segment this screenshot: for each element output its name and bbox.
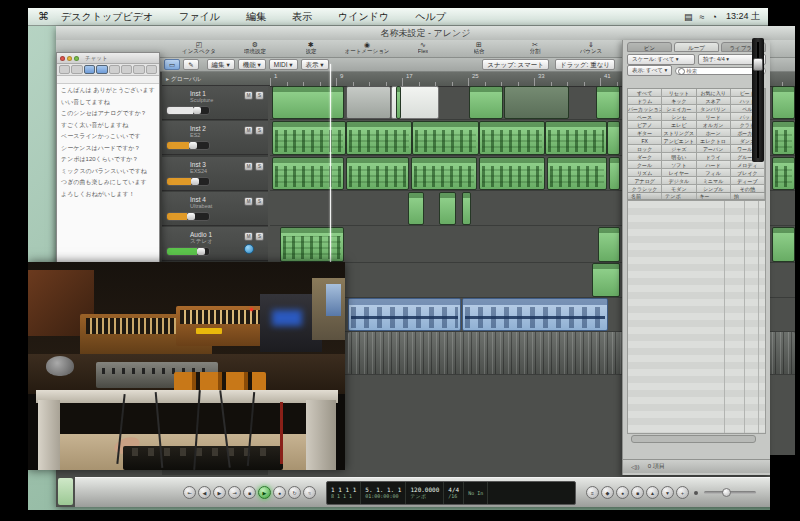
- loop-keyword-button[interactable]: クール: [628, 161, 662, 169]
- menu-item[interactable]: ファイル: [179, 10, 220, 24]
- track-header[interactable]: Inst 3EXS24MS: [162, 157, 268, 191]
- transport-button[interactable]: ≈: [303, 486, 316, 499]
- loop-column-header[interactable]: テンポ: [662, 193, 696, 199]
- loop-keyword-button[interactable]: レイヤー: [662, 169, 696, 177]
- track-s-button[interactable]: S: [255, 232, 264, 241]
- loop-keyword-button[interactable]: キック: [662, 97, 696, 105]
- toolbar-button[interactable]: ◰インスペクタ: [176, 41, 222, 55]
- track-fader[interactable]: [166, 212, 210, 221]
- track-fader[interactable]: [166, 177, 210, 186]
- chat-tab[interactable]: [109, 65, 120, 74]
- play-button[interactable]: ▶: [258, 486, 271, 499]
- track-fader-knob[interactable]: [189, 142, 197, 149]
- menu-item[interactable]: 表示: [292, 10, 312, 24]
- toolbar-button[interactable]: ∿Flex: [400, 41, 446, 55]
- tool-button[interactable]: ▭: [164, 59, 180, 70]
- playhead[interactable]: [330, 64, 331, 262]
- loop-keyword-button[interactable]: リセット: [662, 89, 696, 97]
- loop-keyword-button[interactable]: デジタル: [662, 177, 696, 185]
- chat-tab[interactable]: [146, 65, 157, 74]
- loop-keyword-button[interactable]: ロック: [628, 145, 662, 153]
- loop-keyword-button[interactable]: 明るい: [662, 153, 696, 161]
- loop-keyword-button[interactable]: ジャズ: [662, 145, 696, 153]
- menu-item[interactable]: デスクトップビデオ: [61, 10, 153, 24]
- transport-mode-button[interactable]: ▲: [646, 486, 659, 499]
- loop-result-list[interactable]: [627, 200, 766, 434]
- transport-button[interactable]: ↻: [288, 486, 301, 499]
- input-monitor-button[interactable]: [244, 244, 254, 254]
- loop-keyword-button[interactable]: パーカッション: [628, 105, 662, 113]
- loop-keyword-button[interactable]: ピアノ: [628, 121, 662, 129]
- vertical-fader[interactable]: [752, 38, 764, 162]
- loop-keyword-button[interactable]: ソフト: [662, 161, 696, 169]
- loop-keyword-button[interactable]: ハード: [697, 161, 731, 169]
- status-icon[interactable]: ▤: [684, 12, 693, 22]
- chat-tab[interactable]: [133, 65, 144, 74]
- volume-knob[interactable]: [722, 488, 731, 497]
- loop-keyword-button[interactable]: ダーク: [628, 153, 662, 161]
- track-s-button[interactable]: S: [255, 162, 264, 171]
- chat-tab[interactable]: [121, 65, 132, 74]
- loop-keyword-button[interactable]: アナログ: [628, 177, 662, 185]
- menu-item[interactable]: ウインドウ: [338, 10, 389, 24]
- loop-keyword-button[interactable]: ドライ: [697, 153, 731, 161]
- lcd-tempo[interactable]: 120.0000 テンポ: [406, 482, 444, 504]
- toolbar-button[interactable]: ✱設定: [288, 41, 334, 55]
- loop-keyword-button[interactable]: シンセ: [662, 113, 696, 121]
- loop-keyword-button[interactable]: ストリングス: [662, 129, 696, 137]
- track-s-button[interactable]: S: [255, 126, 264, 135]
- track-fader[interactable]: [166, 106, 210, 115]
- local-menu[interactable]: 編集 ▾: [207, 59, 235, 70]
- menu-item[interactable]: ヘルプ: [415, 10, 446, 24]
- track-fader-knob[interactable]: [193, 107, 201, 114]
- track-m-button[interactable]: M: [244, 162, 253, 171]
- toolbar-button[interactable]: ✂分割: [512, 41, 558, 55]
- loop-keyword-button[interactable]: ディープ: [731, 177, 765, 185]
- horizontal-scrollbar[interactable]: [631, 435, 756, 443]
- track-header[interactable]: Audio 1ステレオMS: [162, 227, 268, 261]
- loop-keyword-button[interactable]: FX: [628, 137, 662, 145]
- transport-button[interactable]: ■: [243, 486, 256, 499]
- local-menu[interactable]: 表示 ▾: [301, 59, 329, 70]
- track-fader[interactable]: [166, 141, 210, 150]
- toolbar-button[interactable]: ⇓バウンス: [568, 41, 614, 55]
- transport-mode-button[interactable]: ≡: [586, 486, 599, 499]
- chat-window[interactable]: チャット こんばんは ありがとうございますいい音してますねこのシンセはアナログで…: [56, 52, 160, 265]
- transport-mode-button[interactable]: ■: [631, 486, 644, 499]
- chat-tab[interactable]: [96, 65, 107, 74]
- track-fader[interactable]: [166, 247, 210, 256]
- close-button[interactable]: [60, 56, 65, 61]
- track-header[interactable]: Inst 4UltrabeatMS: [162, 192, 268, 226]
- chat-title-bar[interactable]: チャット: [57, 53, 159, 64]
- loop-keyword-button[interactable]: エレピ: [662, 121, 696, 129]
- zoom-button[interactable]: [74, 56, 79, 61]
- track-fader-knob[interactable]: [187, 213, 195, 220]
- local-menu[interactable]: MIDI ▾: [269, 59, 298, 70]
- loop-view-menu[interactable]: 表示: すべて ▾: [627, 65, 672, 76]
- drag-menu[interactable]: ドラッグ: 重なり: [555, 59, 615, 70]
- loop-keyword-button[interactable]: オルガン: [697, 121, 731, 129]
- window-title-bar[interactable]: 名称未設定 - アレンジ: [56, 26, 795, 41]
- transport-mode-button[interactable]: ●: [616, 486, 629, 499]
- track-m-button[interactable]: M: [244, 126, 253, 135]
- loop-keyword-button[interactable]: ギター: [628, 129, 662, 137]
- snap-menu[interactable]: スナップ: スマート: [482, 59, 549, 70]
- transport-button[interactable]: ⇤: [183, 486, 196, 499]
- track-header[interactable]: Inst 2ES2MS: [162, 121, 268, 155]
- loop-keyword-button[interactable]: ドラム: [628, 97, 662, 105]
- status-icon[interactable]: ≈: [700, 12, 705, 22]
- toolbar-button[interactable]: ◉オートメーション: [344, 41, 390, 55]
- transport-mode-button[interactable]: ◆: [601, 486, 614, 499]
- lcd-signature[interactable]: 4/4 /16: [444, 482, 464, 504]
- loop-column-header[interactable]: 名前: [628, 193, 662, 199]
- toolbar-button[interactable]: ⚙環境設定: [232, 41, 278, 55]
- transport-mode-button[interactable]: ▼: [661, 486, 674, 499]
- fader-knob[interactable]: [753, 58, 763, 71]
- transport-button[interactable]: ⇥: [228, 486, 241, 499]
- chat-tab[interactable]: [71, 65, 82, 74]
- loop-keyword-button[interactable]: アンビエント: [662, 137, 696, 145]
- track-header[interactable]: Inst 1SculptureMS: [162, 86, 268, 120]
- track-m-button[interactable]: M: [244, 232, 253, 241]
- loop-keyword-button[interactable]: フィル: [697, 169, 731, 177]
- chat-tab[interactable]: [84, 65, 95, 74]
